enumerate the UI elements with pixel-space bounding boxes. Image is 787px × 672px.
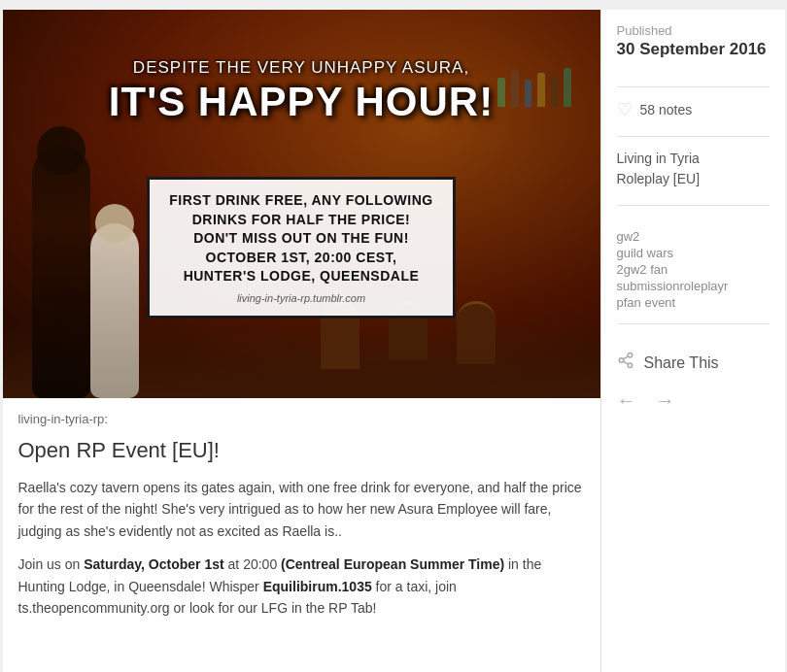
tags-section: gw2 guild wars 2gw2 fan submissionrolepl…	[617, 229, 770, 312]
event-line2: DRINKS FOR HALF THE PRICE!	[169, 211, 432, 230]
sidebar-published: Published 30 September 2016	[617, 23, 770, 59]
svg-line-3	[623, 361, 628, 364]
event-line1: FIRST DRINK FREE, ANY FOLLOWING	[169, 191, 432, 211]
share-label: Share This	[644, 354, 719, 372]
community-line1: Living in Tyria	[617, 151, 700, 166]
heart-icon: ♡	[617, 99, 633, 120]
p2-start: Join us on	[18, 556, 85, 572]
post-paragraph2: Join us on Saturday, October 1st at 20:0…	[18, 554, 585, 619]
post-body: living-in-tyria-rp: Open RP Event [EU]! …	[3, 398, 600, 646]
divider-2	[617, 136, 770, 137]
event-line5: HUNTER'S LODGE, QUEENSDALE	[169, 267, 432, 286]
p2-bold3: Equilibirum.1035	[263, 579, 372, 594]
tag-1: gw2	[617, 229, 770, 244]
prev-arrow[interactable]: ←	[617, 389, 636, 412]
next-arrow[interactable]: →	[656, 389, 675, 412]
post-paragraph1: Raella's cozy tavern opens its gates aga…	[18, 477, 585, 542]
sidebar: Published 30 September 2016 ♡ 58 notes L…	[600, 10, 785, 672]
share-icon	[617, 352, 634, 374]
notes-section: ♡ 58 notes	[617, 99, 770, 120]
divider-1	[617, 86, 770, 87]
community-line2: Roleplay [EU]	[617, 171, 701, 186]
p2-bold1: Saturday, October 1st	[84, 556, 223, 572]
event-line4: OCTOBER 1ST, 20:00 CEST,	[169, 249, 432, 268]
p2-bold2: (Centreal European Summer Time)	[281, 556, 504, 572]
main-content: DESPITE THE VERY UNHAPPY ASURA, IT'S HAP…	[3, 10, 600, 672]
published-label: Published	[617, 23, 770, 38]
tag-2: guild wars	[617, 246, 770, 260]
community-name: Living in Tyria Roleplay [EU]	[617, 149, 770, 189]
tag-3: 2gw2 fan	[617, 262, 770, 277]
image-text-area: DESPITE THE VERY UNHAPPY ASURA, IT'S HAP…	[80, 39, 523, 148]
divider-4	[617, 323, 770, 324]
svg-line-4	[623, 356, 628, 359]
event-line3: DON'T MISS OUT ON THE FUN!	[169, 229, 432, 249]
tag-4: submissionroleplayr	[617, 279, 770, 293]
event-url: LIVING-IN-TYRIA-RP.TUMBLR.COM	[169, 292, 432, 304]
tag-5: pfan event	[617, 295, 770, 310]
sidebar-nav: ← →	[617, 389, 770, 412]
notes-count: 58 notes	[640, 102, 693, 118]
image-main-title: IT'S HAPPY HOUR!	[109, 82, 494, 122]
post-source: living-in-tyria-rp:	[18, 412, 585, 426]
p2-middle: at 20:00	[224, 556, 281, 572]
post-image: DESPITE THE VERY UNHAPPY ASURA, IT'S HAP…	[3, 10, 600, 398]
image-subtitle: DESPITE THE VERY UNHAPPY ASURA,	[109, 58, 494, 78]
post-title: Open RP Event [EU]!	[18, 438, 585, 463]
share-button[interactable]: Share This	[617, 352, 770, 374]
event-details-box: FIRST DRINK FREE, ANY FOLLOWING DRINKS F…	[147, 177, 455, 319]
published-date: 30 September 2016	[617, 40, 770, 59]
divider-3	[617, 205, 770, 206]
community-text: Living in Tyria Roleplay [EU]	[617, 149, 770, 189]
